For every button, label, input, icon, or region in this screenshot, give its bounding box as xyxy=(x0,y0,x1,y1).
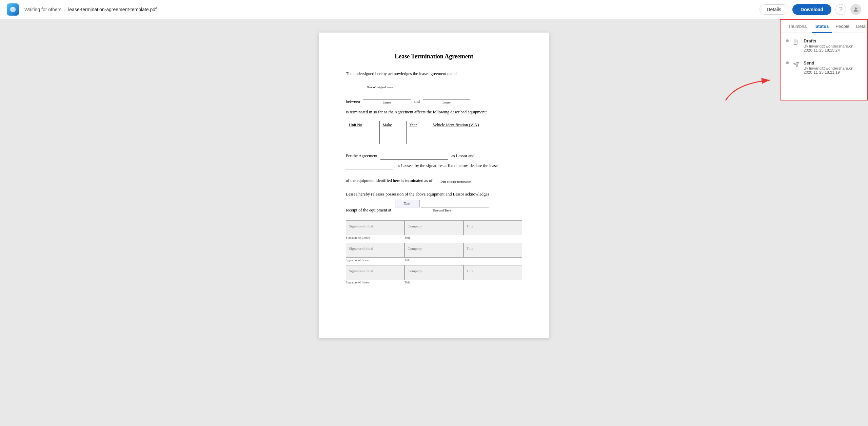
help-icon[interactable]: ? xyxy=(835,4,846,15)
send-by: By linyang@wondershare.cn xyxy=(804,66,862,70)
right-panel: Thumbnail Status People Details Drafts xyxy=(780,19,868,100)
tab-details[interactable]: Details xyxy=(853,20,868,33)
document-title: Lease Termination Agreement xyxy=(346,53,522,60)
breadcrumb-waiting[interactable]: Waiting for others xyxy=(24,7,61,12)
sig-title-1: Title xyxy=(463,220,522,235)
app-logo xyxy=(7,3,19,16)
termination-date-field: Date of lease termination xyxy=(436,172,476,184)
lessor-field: Lessor xyxy=(423,92,470,105)
breadcrumb-filename: lease-termination-agreement-template.pdf xyxy=(68,7,157,12)
sig-company-1: Company xyxy=(405,220,463,235)
breadcrumb: Waiting for others › lease-termination-a… xyxy=(24,7,157,12)
download-button[interactable]: Download xyxy=(792,4,831,15)
para1-prefix: The undersigned hereby acknowledges the … xyxy=(346,71,457,76)
sig-label-lessee-1: Signature of Lessee xyxy=(346,235,405,240)
drafts-time: 2020-11-23 18:15:24 xyxy=(804,48,862,52)
panel-tabs: Thumbnail Status People Details xyxy=(781,20,867,33)
para-3: Per the Agreement as Lessor and xyxy=(346,152,522,160)
sig-label-lessor: Signature of Lessor xyxy=(346,280,405,285)
date-field: Date Date and Time xyxy=(395,200,489,213)
sig-row-3: Signature/Initial Company Title xyxy=(346,265,522,280)
para-4: , as Lessee, by the signatures affixed b… xyxy=(346,162,522,169)
drafts-by: By linyang@wondershare.cn xyxy=(804,44,862,48)
user-avatar[interactable] xyxy=(850,4,861,15)
sig-row-1: Signature/Initial Company Title xyxy=(346,220,522,235)
lessee-field: Lessee xyxy=(363,92,411,105)
topbar-actions: Details Download ? xyxy=(760,4,861,15)
signature-section: Signature/Initial Company Title Signatur… xyxy=(346,220,522,285)
para-1: The undersigned hereby acknowledges the … xyxy=(346,70,522,90)
details-button[interactable]: Details xyxy=(760,4,788,15)
document-area: Lease Termination Agreement The undersig… xyxy=(0,19,868,426)
para-6: Lessee hereby releases possession of the… xyxy=(346,191,522,198)
table-header-year: Year xyxy=(407,121,430,129)
main-layout: Lease Termination Agreement The undersig… xyxy=(0,19,868,426)
tab-thumbnail[interactable]: Thumbnail xyxy=(785,20,812,33)
topbar: Waiting for others › lease-termination-a… xyxy=(0,0,868,19)
sig-title-3: Title xyxy=(463,265,522,280)
tab-people[interactable]: People xyxy=(832,20,852,33)
drafts-label: Drafts xyxy=(804,38,862,43)
table-header-vin: Vehicle Identification (VIN) xyxy=(430,121,522,129)
sig-row-2: Signature/Initial Company Title xyxy=(346,243,522,258)
sig-labels-2: Signature of Lessee Title xyxy=(346,258,522,262)
para-2: is terminated in so far as the Agreement… xyxy=(346,109,522,115)
breadcrumb-chevron: › xyxy=(64,7,65,12)
sig-labels-3: Signature of Lessor Title xyxy=(346,280,522,285)
table-row xyxy=(346,129,522,144)
sig-company-3: Company xyxy=(405,265,463,280)
send-dot-container xyxy=(786,60,789,64)
drafts-dot-container xyxy=(786,38,789,42)
table-header-make: Make xyxy=(380,121,407,129)
date-original-label: Date of original lease xyxy=(346,85,414,90)
sig-initial-3: Signature/Initial xyxy=(346,265,405,280)
drafts-info: Drafts By linyang@wondershare.cn 2020-11… xyxy=(804,38,862,52)
pdf-page: Lease Termination Agreement The undersig… xyxy=(319,33,549,338)
para-1b: between Lessee and Lessor xyxy=(346,92,522,105)
send-label: Send xyxy=(804,60,862,66)
status-item-drafts: Drafts By linyang@wondershare.cn 2020-11… xyxy=(786,37,862,54)
sig-title-2: Title xyxy=(463,243,522,258)
date-original-lease-field: Date of original lease xyxy=(346,77,414,90)
send-dot xyxy=(786,61,789,64)
send-icon xyxy=(792,60,800,69)
equipment-table: Unit No Make Year Vehicle Identification… xyxy=(346,121,522,144)
drafts-dot xyxy=(786,39,789,42)
drafts-document-icon xyxy=(792,38,800,47)
panel-status-content: Drafts By linyang@wondershare.cn 2020-11… xyxy=(781,33,867,100)
send-time: 2020-11-23 18:21:19 xyxy=(804,70,862,74)
send-info: Send By linyang@wondershare.cn 2020-11-2… xyxy=(804,60,862,74)
svg-point-0 xyxy=(855,7,857,10)
sig-initial-1: Signature/Initial xyxy=(346,220,405,235)
sig-labels-1: Signature of Lessee Title xyxy=(346,235,522,240)
sig-company-2: Company xyxy=(405,243,463,258)
sig-initial-2: Signature/Initial xyxy=(346,243,405,258)
sig-label-lessee-2: Signature of Lessee xyxy=(346,258,405,262)
para-7: receipt of the equipment at Date Date an… xyxy=(346,200,522,214)
table-header-unit: Unit No xyxy=(346,121,380,129)
tab-status[interactable]: Status xyxy=(812,20,832,33)
para-5: of the equipment identified here is term… xyxy=(346,172,522,184)
status-item-send: Send By linyang@wondershare.cn 2020-11-2… xyxy=(786,59,862,76)
